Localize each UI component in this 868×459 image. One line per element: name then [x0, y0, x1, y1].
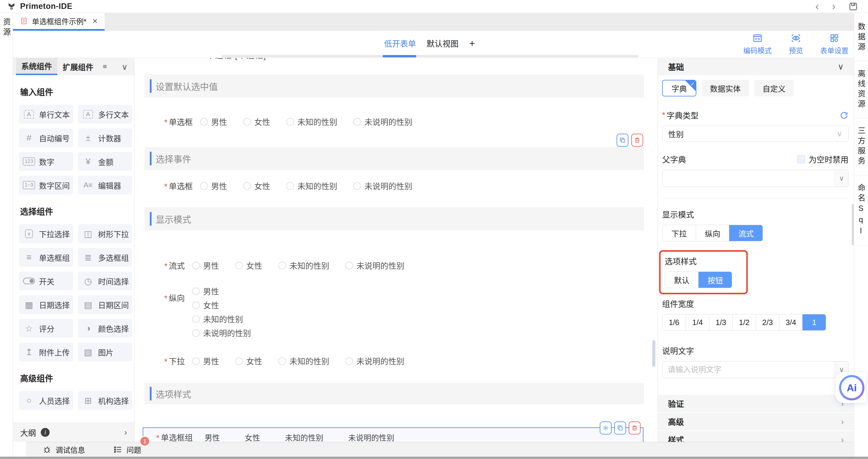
panel-section-advanced[interactable]: 高级 › [658, 413, 854, 431]
source-tab-custom[interactable]: 自定义 [754, 80, 794, 96]
display-mode-flow-button[interactable]: 流式 [729, 225, 763, 241]
radio-option[interactable]: 未知的性别 [278, 355, 330, 367]
rail-item-third-party-services[interactable]: 三方服务 [854, 118, 868, 175]
radio-option[interactable]: 女性 [243, 116, 270, 127]
rail-item-resources[interactable]: 资源 [1, 18, 12, 38]
source-tab-dictionary[interactable]: 字典 ✓ [662, 80, 696, 96]
width-1-3-button[interactable]: 1/3 [709, 314, 733, 331]
component-time-picker[interactable]: ◷时间选择 [78, 271, 132, 290]
radio-option[interactable]: 男性 [192, 355, 219, 367]
radio-option[interactable]: 男性 [200, 180, 227, 192]
component-currency[interactable]: ¥金额 [78, 152, 132, 171]
component-tree-dropdown[interactable]: ◫树形下拉 [78, 224, 132, 243]
component-person-select[interactable]: ○人员选择 [19, 391, 73, 410]
radio-option[interactable]: 男性 [200, 116, 227, 127]
rail-item-datasource[interactable]: 数据源 [854, 13, 868, 61]
debug-info-button[interactable]: 调试信息 [42, 444, 85, 455]
component-number[interactable]: 123数字 [19, 152, 73, 171]
panel-scroll-thumb[interactable] [852, 204, 854, 246]
component-single-line-text[interactable]: A单行文本 [19, 105, 73, 124]
display-mode-vertical-button[interactable]: 纵向 [696, 225, 729, 241]
ai-assistant-button[interactable]: Ai [839, 375, 864, 400]
component-radio-group[interactable]: ≡单选框组 [19, 248, 73, 267]
component-image[interactable]: ▧图片 [78, 342, 132, 362]
add-view-button[interactable]: + [469, 37, 475, 49]
component-date-range[interactable]: ▤日期区间 [78, 295, 132, 314]
filter-menu-icon[interactable]: ≡ [103, 62, 107, 71]
width-full-button[interactable]: 1 [802, 314, 826, 331]
radio-option[interactable]: 未知的性别 [286, 180, 337, 192]
component-file-upload[interactable]: ↥附件上传 [19, 342, 73, 362]
radio-field-flow[interactable]: *流式 男性 女性 未知的性别 未说明的性别 [145, 260, 658, 271]
radio-option[interactable]: 未知的性别 [278, 260, 330, 271]
component-auto-number[interactable]: #自动编号 [19, 128, 73, 147]
disable-when-empty-checkbox[interactable] [797, 155, 805, 163]
display-mode-dropdown-button[interactable]: 下拉 [662, 225, 696, 241]
canvas-hscroll-track[interactable] [221, 55, 639, 57]
nav-forward-button[interactable]: › [832, 1, 836, 12]
parent-dict-input[interactable] [662, 170, 835, 187]
tab-radio-component-example[interactable]: 单选框组件示例* × [13, 13, 104, 29]
radio-field-vertical[interactable]: *纵向 男性 女性 未知的性别 未说明的性别 [145, 285, 658, 339]
component-counter[interactable]: ±计数器 [78, 128, 132, 147]
width-2-3-button[interactable]: 2/3 [756, 314, 779, 331]
radio-option[interactable]: 女性 [235, 260, 262, 271]
radio-option[interactable]: 未说明的性别 [353, 180, 412, 192]
radio-option[interactable]: 男性 [192, 260, 219, 271]
form-settings-button[interactable]: 表单设置 [820, 33, 848, 55]
width-1-4-button[interactable]: 1/4 [686, 314, 709, 331]
radio-option[interactable]: 未知的性别 [286, 116, 337, 127]
component-color-picker[interactable]: ◑颜色选择 [78, 319, 132, 338]
save-icon[interactable] [848, 2, 858, 11]
close-icon[interactable]: × [92, 16, 98, 26]
radio-option[interactable]: 未知的性别 [192, 313, 251, 325]
component-dropdown-select[interactable]: ∨下拉选择 [19, 224, 73, 243]
component-rating[interactable]: ☆评分 [19, 319, 73, 338]
code-mode-button[interactable]: 编码模式 [743, 33, 772, 55]
problems-button[interactable]: 问题 1 [114, 444, 141, 455]
nav-back-button[interactable]: ‹ [815, 1, 819, 12]
source-tab-data-entity[interactable]: 数据实体 [702, 80, 749, 96]
dict-type-select[interactable]: 性别 ∨ [662, 126, 848, 142]
component-number-range[interactable]: 1~3数字区间 [19, 176, 73, 195]
copy-component-button[interactable] [614, 422, 626, 434]
component-date-picker[interactable]: ▦日期选择 [19, 295, 73, 314]
tab-system-components[interactable]: 系统组件 [16, 58, 57, 75]
radio-option[interactable]: 未说明的性别 [192, 327, 251, 339]
rail-item-named-sql[interactable]: 命名Sql [854, 175, 868, 246]
component-org-select[interactable]: ⊞机构选择 [78, 391, 132, 410]
component-switch[interactable]: 开关 [19, 271, 73, 290]
canvas-vscroll-thumb[interactable] [652, 340, 655, 367]
copy-component-button[interactable] [617, 134, 628, 147]
button-style-option[interactable]: 女性 [245, 432, 260, 442]
outline-toggle[interactable]: 大纲 i › [13, 423, 134, 442]
width-1-6-button[interactable]: 1/6 [662, 314, 686, 331]
refresh-icon[interactable] [840, 111, 848, 120]
radio-option[interactable]: 未说明的性别 [345, 260, 404, 271]
radio-option[interactable]: 男性 [192, 285, 251, 297]
tab-extension-components[interactable]: 扩展组件 [57, 58, 99, 75]
panel-section-validation[interactable]: 验证 › [658, 395, 854, 413]
tab-lowcode-form[interactable]: 低开表单 [384, 37, 416, 49]
rail-item-offline-resources[interactable]: 离线资源 [854, 61, 868, 118]
delete-component-button[interactable] [629, 422, 641, 434]
canvas-hscroll-thumb[interactable] [382, 55, 416, 57]
collapse-sidebar-chevron-icon[interactable]: ∨ [122, 62, 128, 72]
width-3-4-button[interactable]: 3/4 [779, 314, 802, 331]
radio-option[interactable]: 未说明的性别 [353, 116, 412, 127]
radio-option[interactable]: 女性 [192, 299, 251, 311]
radio-option[interactable]: 女性 [243, 180, 270, 192]
component-checkbox-group[interactable]: ≣多选框组 [78, 248, 132, 267]
option-style-button-button[interactable]: 按钮 [699, 272, 732, 288]
delete-component-button[interactable] [631, 134, 643, 147]
preview-button[interactable]: 预览 [789, 33, 803, 55]
panel-section-style[interactable]: 样式 › [658, 431, 854, 442]
radio-option[interactable]: 未说明的性别 [345, 355, 404, 367]
selected-component-radio-group[interactable]: *单选框组 男性 女性 未知的性别 未说明的性别 查看Api [143, 427, 644, 442]
expression-dropdown-button[interactable]: ∨ [835, 170, 848, 187]
button-style-option[interactable]: 未说明的性别 [348, 432, 395, 442]
radio-option[interactable]: 女性 [235, 355, 262, 367]
option-style-default-button[interactable]: 默认 [665, 272, 699, 288]
component-multi-line-text[interactable]: A多行文本 [78, 105, 132, 124]
form-canvas[interactable]: 单选框 [单选框] 设置默认选中值 *单选框 男性 女性 未知的性别 未说明的性… [134, 58, 658, 442]
